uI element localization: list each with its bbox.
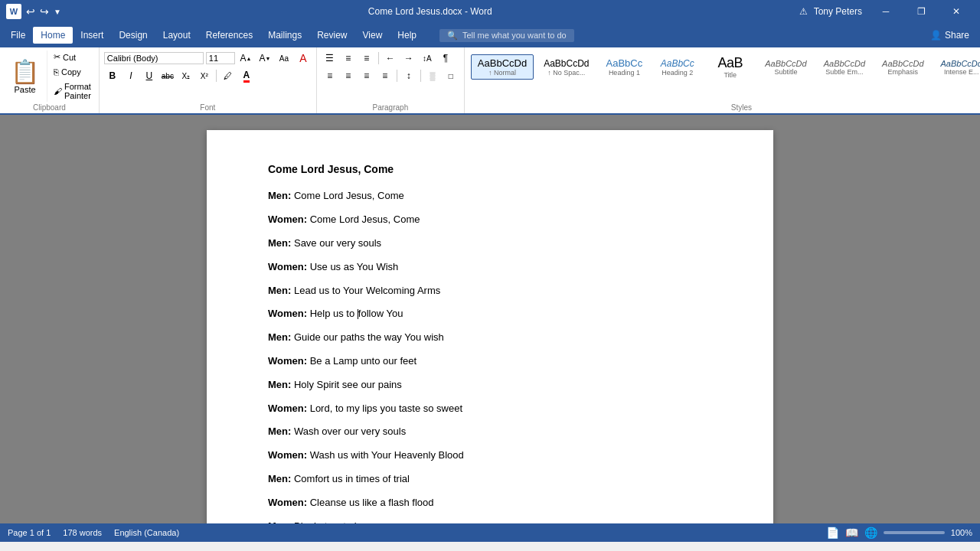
font-format-row: B I U abc X₂ X² 🖊 A [104,68,312,83]
align-right-button[interactable]: ≡ [358,68,375,83]
zoom-slider[interactable] [884,531,945,534]
shrink-font-button[interactable]: A▼ [256,51,273,66]
clear-formatting-button[interactable]: Aa [276,51,292,66]
proofing-language[interactable]: English (Canada) [114,528,179,537]
menu-file[interactable]: File [3,27,33,44]
styles-label: Styles [469,103,980,112]
share-button[interactable]: 👤 Share [923,27,977,44]
customize-qat-button[interactable]: ▼ [54,8,61,16]
window-controls: ─ ❐ ✕ [868,0,974,23]
style-subtle-emphasis[interactable]: AaBbCcDd Subtle Em... [817,56,872,79]
style-intense-emphasis-label: Intense E... [944,68,979,76]
clipboard-group: 📋 Paste ✂ Cut ⎘ Copy 🖌 Format Painter Cl… [0,47,100,113]
align-center-button[interactable]: ≡ [340,68,357,83]
change-case-button[interactable]: A [295,51,312,66]
style-no-spacing-preview: AaBbCcDd [544,58,589,69]
style-subtitle[interactable]: AaBbCcDd Subtitle [758,56,813,79]
style-heading2-preview: AaBbCc [661,58,694,69]
style-no-spacing-label: ↑ No Spac... [547,69,585,77]
style-emphasis-label: Emphasis [888,68,919,76]
restore-button[interactable]: ❐ [903,0,939,23]
bold-button[interactable]: B [104,68,121,83]
document-title: Come Lord Jesus, Come [268,161,712,178]
document-line: Men: Lead us to Your Welcoming Arms [268,283,712,299]
read-mode-icon[interactable]: 📖 [845,527,858,539]
style-no-spacing[interactable]: AaBbCcDd ↑ No Spac... [537,55,596,80]
document-line: Women: Cleanse us like a flash flood [268,495,712,511]
grow-font-button[interactable]: A▲ [237,51,254,66]
underline-button[interactable]: U [141,68,158,83]
undo-button[interactable]: ↩ [26,5,35,18]
format-painter-button[interactable]: 🖌 Format Painter [51,80,94,102]
share-icon: 👤 [930,30,942,41]
menu-help[interactable]: Help [390,27,424,44]
line-spacing-button[interactable]: ↕ [400,68,417,83]
word-count: 178 words [63,528,102,537]
border-button[interactable]: □ [443,68,459,83]
format-painter-icon: 🖌 [54,86,62,96]
minimize-button[interactable]: ─ [868,0,903,23]
zoom-percent: 100% [951,528,972,537]
show-paragraph-button[interactable]: ¶ [437,51,454,66]
styles-row: AaBbCcDd ↑ Normal AaBbCcDd ↑ No Spac... … [469,51,980,83]
cut-button[interactable]: ✂ Cut [51,51,94,64]
font-color-button[interactable]: A [238,68,255,83]
style-subtle-emphasis-label: Subtle Em... [825,68,863,76]
style-subtitle-preview: AaBbCcDd [765,59,806,68]
numbering-button[interactable]: ≡ [340,51,357,66]
align-left-button[interactable]: ≡ [322,68,338,83]
document-page[interactable]: Come Lord Jesus, Come Men: Come Lord Jes… [207,130,773,523]
justify-button[interactable]: ≡ [377,68,394,83]
strikethrough-button[interactable]: abc [159,68,176,83]
redo-button[interactable]: ↪ [40,5,49,18]
style-normal-preview: AaBbCcDd [478,57,527,69]
style-emphasis[interactable]: AaBbCcDd Emphasis [875,56,930,79]
menu-view[interactable]: View [355,27,390,44]
shading-button[interactable]: ░ [424,68,441,83]
subscript-button[interactable]: X₂ [178,68,194,83]
menu-review[interactable]: Review [309,27,354,44]
style-heading2[interactable]: AaBbCc Heading 2 [652,55,702,80]
menu-design[interactable]: Design [111,27,155,44]
decrease-indent-button[interactable]: ← [382,51,399,66]
paste-button[interactable]: 📋 Paste [5,51,45,102]
style-heading1[interactable]: AaBbCc Heading 1 [599,54,650,80]
paragraph-label: Paragraph [322,103,459,112]
menu-home[interactable]: Home [33,27,73,44]
menu-mailings[interactable]: Mailings [260,27,309,44]
sort-button[interactable]: ↕A [419,51,436,66]
style-title[interactable]: AaB Title [705,52,755,82]
font-name-input[interactable] [104,52,204,64]
divider [397,70,397,82]
document-lines: Men: Come Lord Jesus, ComeWomen: Come Lo… [268,188,712,523]
ribbon: 📋 Paste ✂ Cut ⎘ Copy 🖌 Format Painter Cl… [0,47,980,115]
document-line: Men: Come Lord Jesus, Come [268,188,712,204]
bullets-button[interactable]: ☰ [322,51,338,66]
increase-indent-button[interactable]: → [400,51,417,66]
alert-icon: ⚠ [799,6,808,17]
menu-layout[interactable]: Layout [155,27,198,44]
status-bar: Page 1 of 1 178 words English (Canada) 📄… [0,523,980,542]
font-size-input[interactable] [206,52,235,64]
copy-icon: ⎘ [54,67,59,77]
document-line: Women: Be a Lamp unto our feet [268,354,712,370]
multilevel-button[interactable]: ≡ [358,51,375,66]
search-icon: 🔍 [447,31,458,41]
close-button[interactable]: ✕ [939,0,974,23]
paragraph-row2: ≡ ≡ ≡ ≡ ↕ ░ □ [322,68,459,83]
web-layout-icon[interactable]: 🌐 [864,527,877,539]
word-app-icon: W [6,4,21,19]
paste-label: Paste [14,85,35,94]
tell-me-input[interactable]: Tell me what you want to do [462,31,567,40]
italic-button[interactable]: I [122,68,139,83]
style-heading1-label: Heading 1 [609,69,640,77]
copy-button[interactable]: ⎘ Copy [51,66,94,78]
print-layout-icon[interactable]: 📄 [826,527,839,539]
superscript-button[interactable]: X² [196,68,213,83]
window-title: Come Lord Jesus.docx - Word [61,6,799,17]
text-highlight-button[interactable]: 🖊 [220,68,237,83]
style-normal[interactable]: AaBbCcDd ↑ Normal [471,54,534,80]
menu-references[interactable]: References [198,27,260,44]
style-intense-emphasis[interactable]: AaBbCcDd Intense E... [934,56,980,79]
menu-insert[interactable]: Insert [73,27,111,44]
